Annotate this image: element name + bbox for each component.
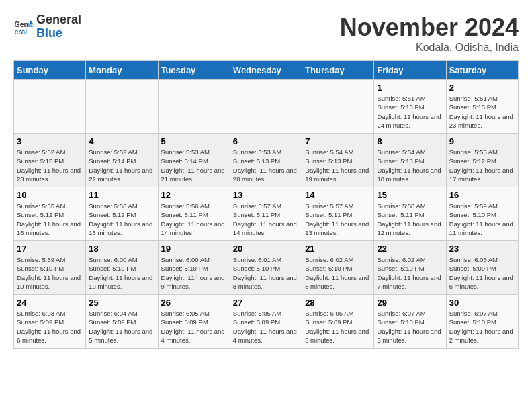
day-number: 16 — [449, 190, 515, 200]
day-number: 17 — [17, 244, 83, 254]
calendar-cell: 16Sunrise: 5:59 AMSunset: 5:10 PMDayligh… — [446, 187, 518, 241]
day-number: 19 — [161, 244, 227, 254]
day-number: 15 — [377, 190, 443, 200]
calendar-cell: 12Sunrise: 5:56 AMSunset: 5:11 PMDayligh… — [158, 187, 230, 241]
calendar-cell: 3Sunrise: 5:52 AMSunset: 5:15 PMDaylight… — [14, 134, 86, 187]
calendar-cell: 26Sunrise: 6:05 AMSunset: 5:09 PMDayligh… — [158, 295, 230, 349]
day-info: Sunrise: 6:02 AMSunset: 5:10 PMDaylight:… — [377, 255, 443, 291]
calendar-cell: 11Sunrise: 5:56 AMSunset: 5:12 PMDayligh… — [86, 187, 158, 241]
day-info: Sunrise: 6:03 AMSunset: 5:09 PMDaylight:… — [17, 309, 83, 345]
weekday-friday: Friday — [374, 61, 446, 80]
day-info: Sunrise: 5:54 AMSunset: 5:13 PMDaylight:… — [377, 148, 443, 183]
calendar-cell — [158, 80, 230, 134]
calendar-cell — [230, 80, 302, 134]
logo: Gen eral General Blue — [13, 13, 81, 40]
week-row-5: 24Sunrise: 6:03 AMSunset: 5:09 PMDayligh… — [14, 295, 519, 349]
day-number: 12 — [161, 190, 227, 200]
day-info: Sunrise: 6:05 AMSunset: 5:09 PMDaylight:… — [233, 309, 299, 345]
day-number: 10 — [17, 190, 83, 200]
weekday-wednesday: Wednesday — [230, 61, 302, 80]
day-number: 7 — [305, 136, 371, 146]
day-info: Sunrise: 5:57 AMSunset: 5:11 PMDaylight:… — [305, 201, 371, 237]
day-info: Sunrise: 6:00 AMSunset: 5:10 PMDaylight:… — [89, 255, 154, 291]
calendar-cell: 5Sunrise: 5:53 AMSunset: 5:14 PMDaylight… — [158, 134, 230, 187]
day-info: Sunrise: 5:55 AMSunset: 5:12 PMDaylight:… — [449, 148, 515, 183]
logo-text: General Blue — [36, 13, 81, 40]
day-number: 14 — [305, 190, 371, 200]
calendar-table: SundayMondayTuesdayWednesdayThursdayFrid… — [13, 60, 519, 349]
day-info: Sunrise: 5:59 AMSunset: 5:10 PMDaylight:… — [449, 201, 515, 237]
day-number: 23 — [449, 244, 515, 254]
weekday-tuesday: Tuesday — [158, 61, 230, 80]
title-block: November 2024 Kodala, Odisha, India — [340, 13, 519, 54]
day-info: Sunrise: 6:07 AMSunset: 5:10 PMDaylight:… — [377, 309, 443, 345]
day-info: Sunrise: 6:05 AMSunset: 5:09 PMDaylight:… — [161, 309, 227, 345]
day-number: 13 — [233, 190, 299, 200]
calendar-cell: 23Sunrise: 6:03 AMSunset: 5:09 PMDayligh… — [446, 241, 518, 295]
day-info: Sunrise: 6:00 AMSunset: 5:10 PMDaylight:… — [161, 255, 227, 291]
day-info: Sunrise: 5:56 AMSunset: 5:12 PMDaylight:… — [89, 201, 154, 237]
calendar-cell: 14Sunrise: 5:57 AMSunset: 5:11 PMDayligh… — [302, 187, 374, 241]
calendar-cell: 20Sunrise: 6:01 AMSunset: 5:10 PMDayligh… — [230, 241, 302, 295]
day-info: Sunrise: 5:52 AMSunset: 5:14 PMDaylight:… — [89, 148, 154, 183]
day-number: 22 — [377, 244, 443, 254]
weekday-header-row: SundayMondayTuesdayWednesdayThursdayFrid… — [14, 61, 519, 80]
weekday-sunday: Sunday — [14, 61, 86, 80]
day-info: Sunrise: 5:55 AMSunset: 5:12 PMDaylight:… — [17, 201, 83, 237]
weekday-thursday: Thursday — [302, 61, 374, 80]
day-info: Sunrise: 5:59 AMSunset: 5:10 PMDaylight:… — [17, 255, 83, 291]
calendar-cell — [14, 80, 86, 134]
calendar-cell: 25Sunrise: 6:04 AMSunset: 5:09 PMDayligh… — [86, 295, 158, 349]
week-row-2: 3Sunrise: 5:52 AMSunset: 5:15 PMDaylight… — [14, 134, 519, 187]
logo-icon: Gen eral — [13, 17, 34, 37]
location: Kodala, Odisha, India — [340, 42, 519, 54]
day-number: 26 — [161, 298, 227, 308]
day-number: 8 — [377, 136, 443, 146]
weekday-saturday: Saturday — [446, 61, 518, 80]
calendar-cell: 22Sunrise: 6:02 AMSunset: 5:10 PMDayligh… — [374, 241, 446, 295]
day-info: Sunrise: 6:07 AMSunset: 5:10 PMDaylight:… — [449, 309, 515, 345]
calendar-cell: 8Sunrise: 5:54 AMSunset: 5:13 PMDaylight… — [374, 134, 446, 187]
day-info: Sunrise: 5:52 AMSunset: 5:15 PMDaylight:… — [17, 148, 83, 183]
day-number: 21 — [305, 244, 371, 254]
calendar-cell: 2Sunrise: 5:51 AMSunset: 5:15 PMDaylight… — [446, 80, 518, 134]
calendar-cell: 4Sunrise: 5:52 AMSunset: 5:14 PMDaylight… — [86, 134, 158, 187]
calendar-cell: 13Sunrise: 5:57 AMSunset: 5:11 PMDayligh… — [230, 187, 302, 241]
day-info: Sunrise: 5:51 AMSunset: 5:15 PMDaylight:… — [449, 94, 515, 130]
day-number: 5 — [161, 136, 227, 146]
day-info: Sunrise: 5:54 AMSunset: 5:13 PMDaylight:… — [305, 148, 371, 183]
calendar-cell: 17Sunrise: 5:59 AMSunset: 5:10 PMDayligh… — [14, 241, 86, 295]
calendar-cell: 7Sunrise: 5:54 AMSunset: 5:13 PMDaylight… — [302, 134, 374, 187]
day-info: Sunrise: 5:57 AMSunset: 5:11 PMDaylight:… — [233, 201, 299, 237]
day-number: 30 — [449, 298, 515, 308]
calendar-cell: 24Sunrise: 6:03 AMSunset: 5:09 PMDayligh… — [14, 295, 86, 349]
day-info: Sunrise: 6:06 AMSunset: 5:09 PMDaylight:… — [305, 309, 371, 345]
day-number: 11 — [89, 190, 154, 200]
day-info: Sunrise: 6:01 AMSunset: 5:10 PMDaylight:… — [233, 255, 299, 291]
day-info: Sunrise: 5:53 AMSunset: 5:14 PMDaylight:… — [161, 148, 227, 183]
calendar-cell: 28Sunrise: 6:06 AMSunset: 5:09 PMDayligh… — [302, 295, 374, 349]
calendar-cell: 15Sunrise: 5:58 AMSunset: 5:11 PMDayligh… — [374, 187, 446, 241]
day-info: Sunrise: 6:04 AMSunset: 5:09 PMDaylight:… — [89, 309, 154, 345]
svg-text:eral: eral — [15, 27, 28, 35]
weekday-monday: Monday — [86, 61, 158, 80]
month-title: November 2024 — [340, 13, 519, 42]
calendar-cell: 1Sunrise: 5:51 AMSunset: 5:16 PMDaylight… — [374, 80, 446, 134]
day-number: 2 — [449, 83, 515, 93]
week-row-1: 1Sunrise: 5:51 AMSunset: 5:16 PMDaylight… — [14, 80, 519, 134]
day-info: Sunrise: 6:02 AMSunset: 5:10 PMDaylight:… — [305, 255, 371, 291]
calendar-cell: 21Sunrise: 6:02 AMSunset: 5:10 PMDayligh… — [302, 241, 374, 295]
day-number: 9 — [449, 136, 515, 146]
calendar-cell: 29Sunrise: 6:07 AMSunset: 5:10 PMDayligh… — [374, 295, 446, 349]
calendar-cell: 27Sunrise: 6:05 AMSunset: 5:09 PMDayligh… — [230, 295, 302, 349]
day-number: 29 — [377, 298, 443, 308]
calendar-cell: 30Sunrise: 6:07 AMSunset: 5:10 PMDayligh… — [446, 295, 518, 349]
calendar-cell: 18Sunrise: 6:00 AMSunset: 5:10 PMDayligh… — [86, 241, 158, 295]
calendar-cell — [302, 80, 374, 134]
day-number: 25 — [89, 298, 154, 308]
day-info: Sunrise: 5:58 AMSunset: 5:11 PMDaylight:… — [377, 201, 443, 237]
calendar-cell — [86, 80, 158, 134]
week-row-4: 17Sunrise: 5:59 AMSunset: 5:10 PMDayligh… — [14, 241, 519, 295]
day-info: Sunrise: 5:51 AMSunset: 5:16 PMDaylight:… — [377, 94, 443, 130]
week-row-3: 10Sunrise: 5:55 AMSunset: 5:12 PMDayligh… — [14, 187, 519, 241]
